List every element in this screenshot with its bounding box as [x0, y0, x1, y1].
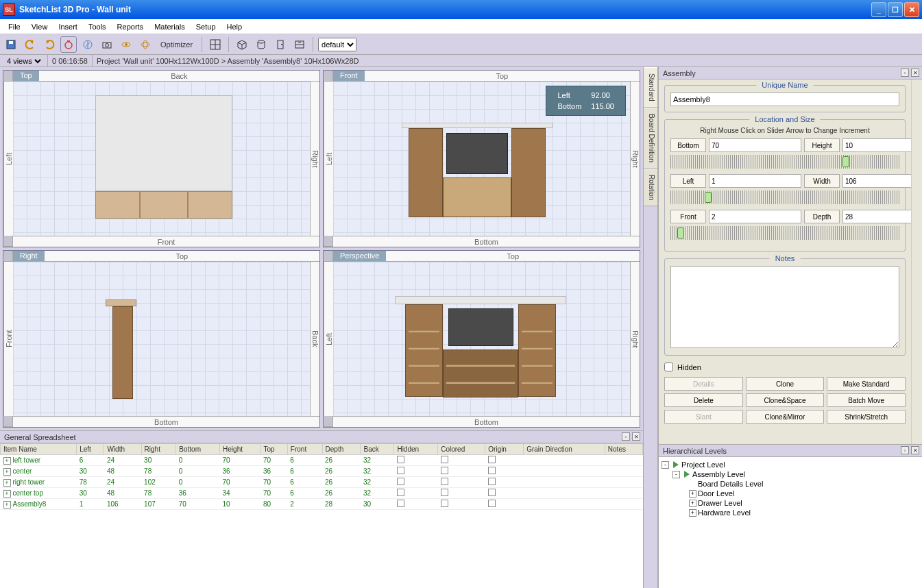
checkbox[interactable]: [397, 478, 404, 485]
optimizer-button[interactable]: Optimizer: [156, 40, 197, 49]
expand-icon[interactable]: +: [689, 490, 696, 498]
checkbox[interactable]: [488, 456, 496, 463]
tree-node[interactable]: +Hardware Level: [662, 508, 919, 517]
loc-input[interactable]: [842, 174, 911, 188]
tree-node[interactable]: -Project Level: [662, 460, 919, 469]
expand-icon[interactable]: +: [3, 468, 11, 476]
column-header[interactable]: Grain Direction: [524, 444, 605, 455]
column-header[interactable]: Top: [260, 444, 287, 455]
loc-input[interactable]: [709, 210, 801, 223]
tree-node[interactable]: +Door Level: [662, 489, 919, 498]
menu-help[interactable]: Help: [221, 21, 248, 32]
spreadsheet-table[interactable]: Item NameLeftWidthRightBottomHeightTopFr…: [0, 443, 643, 510]
action-button[interactable]: Clone: [746, 377, 825, 391]
loc-input[interactable]: [842, 138, 911, 152]
menu-view[interactable]: View: [26, 21, 53, 32]
tab-standard[interactable]: Standard: [644, 67, 657, 108]
pin-icon[interactable]: ▫: [901, 69, 909, 77]
grid-icon[interactable]: [207, 36, 223, 53]
cylinder-icon[interactable]: [253, 36, 269, 53]
table-row[interactable]: +Assembly8110610770108022830: [1, 499, 643, 510]
expand-icon[interactable]: +: [689, 500, 696, 507]
loc-input[interactable]: [709, 138, 801, 152]
column-header[interactable]: Height: [220, 444, 260, 455]
viewport-front[interactable]: FrontTop Left Left92.00 Bottom115.00: [323, 70, 640, 247]
column-header[interactable]: Bottom: [176, 444, 220, 455]
column-header[interactable]: Hidden: [394, 444, 438, 455]
action-button[interactable]: Clone&Mirror: [746, 410, 825, 424]
compass-icon[interactable]: [80, 36, 96, 53]
loc-button[interactable]: Height: [804, 138, 840, 152]
loc-button[interactable]: Left: [670, 174, 706, 188]
expand-icon[interactable]: +: [3, 479, 11, 487]
close-icon[interactable]: ✕: [632, 432, 640, 441]
checkbox[interactable]: [441, 467, 448, 474]
menu-insert[interactable]: Insert: [53, 21, 83, 32]
action-button[interactable]: Make Standard: [827, 377, 906, 391]
rotate-icon[interactable]: [118, 36, 134, 53]
viewport-top[interactable]: TopBack Left Right Front: [3, 70, 320, 247]
close-icon[interactable]: ✕: [911, 446, 919, 454]
expand-icon[interactable]: +: [3, 457, 11, 465]
menu-materials[interactable]: Materials: [149, 21, 191, 32]
tree-node[interactable]: Board Details Level: [662, 479, 919, 489]
redo-icon[interactable]: [41, 36, 58, 53]
tab-board-definition[interactable]: Board Definition: [644, 108, 657, 169]
views-select[interactable]: 4 views: [4, 56, 43, 66]
orbit-icon[interactable]: [137, 36, 154, 53]
expand-icon[interactable]: -: [662, 461, 669, 469]
minimize-button[interactable]: _: [871, 2, 886, 17]
checkbox[interactable]: [441, 489, 448, 496]
slider[interactable]: [670, 191, 899, 204]
tree-node[interactable]: +Drawer Level: [662, 498, 919, 508]
undo-icon[interactable]: [22, 36, 38, 53]
close-icon[interactable]: ✕: [911, 69, 919, 77]
action-button[interactable]: Slant: [664, 410, 743, 424]
column-header[interactable]: Colored: [438, 444, 485, 455]
checkbox[interactable]: [488, 478, 496, 485]
checkbox[interactable]: [441, 478, 448, 485]
column-header[interactable]: Width: [104, 444, 141, 455]
slider[interactable]: [670, 226, 899, 240]
loc-button[interactable]: Depth: [804, 210, 840, 223]
checkbox[interactable]: [397, 489, 404, 496]
loc-button[interactable]: Width: [804, 174, 840, 188]
scrollbar[interactable]: [911, 79, 922, 444]
action-button[interactable]: Shrink/Stretch: [827, 410, 906, 424]
checkbox[interactable]: [397, 467, 404, 474]
table-row[interactable]: +center top30487836347062632: [1, 488, 643, 499]
loc-input[interactable]: [842, 210, 911, 223]
expand-icon[interactable]: +: [3, 501, 11, 509]
menu-file[interactable]: File: [3, 21, 26, 32]
tab-rotation[interactable]: Rotation: [644, 169, 657, 206]
column-header[interactable]: Item Name: [1, 444, 77, 455]
maximize-button[interactable]: ☐: [888, 2, 903, 17]
table-row[interactable]: +left tower624300707062632: [1, 455, 643, 466]
tree-node[interactable]: -Assembly Level: [662, 469, 919, 479]
expand-icon[interactable]: +: [3, 490, 11, 498]
table-row[interactable]: +right tower78241020707062632: [1, 477, 643, 488]
action-button[interactable]: Batch Move: [827, 393, 906, 407]
loc-button[interactable]: Front: [670, 210, 706, 223]
menu-setup[interactable]: Setup: [191, 21, 221, 32]
timer-icon[interactable]: [60, 36, 77, 53]
action-button[interactable]: Clone&Space: [746, 393, 825, 407]
column-header[interactable]: Notes: [605, 444, 642, 455]
column-header[interactable]: Depth: [322, 444, 361, 455]
checkbox[interactable]: [488, 467, 496, 474]
expand-icon[interactable]: -: [672, 471, 680, 478]
notes-textarea[interactable]: [670, 266, 899, 348]
loc-input[interactable]: [709, 174, 801, 188]
checkbox[interactable]: [488, 489, 496, 496]
column-header[interactable]: Origin: [485, 444, 524, 455]
save-icon[interactable]: [3, 36, 19, 53]
slider[interactable]: [670, 155, 899, 169]
column-header[interactable]: Back: [361, 444, 394, 455]
door-icon[interactable]: [272, 36, 289, 53]
checkbox[interactable]: [397, 456, 404, 463]
loc-button[interactable]: Bottom: [670, 138, 706, 152]
checkbox[interactable]: [397, 500, 404, 507]
viewport-perspective[interactable]: PerspectiveTop Left: [323, 250, 640, 428]
drawer-icon[interactable]: [291, 36, 308, 53]
menu-reports[interactable]: Reports: [112, 21, 149, 32]
